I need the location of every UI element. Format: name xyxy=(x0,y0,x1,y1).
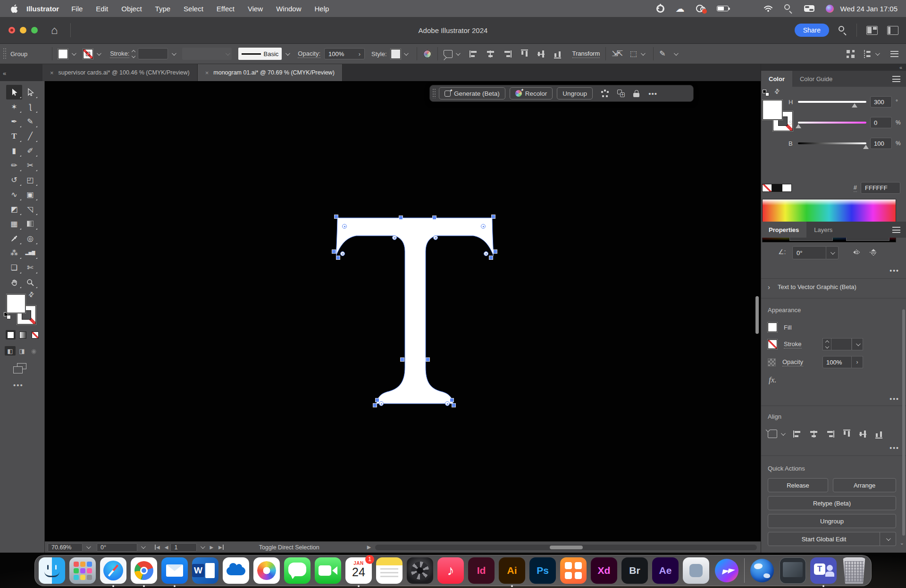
dock-icon-messages[interactable] xyxy=(284,557,310,584)
anchor-point[interactable] xyxy=(426,358,429,361)
dock-icon-photoshop[interactable]: Ps xyxy=(529,557,556,584)
dock-icon-teams[interactable]: T xyxy=(810,557,837,584)
home-icon[interactable]: ⌂ xyxy=(51,25,58,36)
corner-widget[interactable] xyxy=(379,401,384,406)
first-artboard-button[interactable]: ◀ xyxy=(155,545,160,550)
menu-item-type[interactable]: Type xyxy=(155,5,171,13)
tab-color-guide[interactable]: Color Guide xyxy=(792,71,840,87)
saturation-slider[interactable] xyxy=(798,122,866,124)
appearance-fill-label[interactable]: Fill xyxy=(784,324,792,331)
dock-icon-music[interactable]: ♪ xyxy=(437,557,464,584)
duplicate-icon[interactable]: + xyxy=(617,90,625,97)
align-vertical-center-icon[interactable] xyxy=(537,50,545,58)
retype-beta-button[interactable]: Retype (Beta) xyxy=(768,496,896,510)
arrange-button[interactable]: Arrange xyxy=(833,478,896,492)
artboard-number-field[interactable]: 1 xyxy=(170,543,197,552)
lasso-tool[interactable]: ƪ xyxy=(22,99,38,114)
align-horizontal-left-icon[interactable] xyxy=(470,50,478,58)
style-chevron[interactable] xyxy=(401,52,411,56)
variable-width-dropdown[interactable] xyxy=(182,48,232,60)
properties-panel-menu-icon[interactable] xyxy=(892,227,900,233)
corner-widget[interactable] xyxy=(342,224,347,229)
stroke-weight-stepper[interactable] xyxy=(132,50,135,58)
gradient-mode-button[interactable] xyxy=(18,330,28,340)
type-tool[interactable]: T xyxy=(6,129,22,143)
artboard-tool[interactable]: ❏ xyxy=(6,260,22,275)
anchor-point[interactable] xyxy=(489,256,493,259)
appearance-fill-swatch[interactable] xyxy=(768,323,777,332)
arrange-documents-icon[interactable] xyxy=(866,26,878,35)
color-fill-swatch[interactable] xyxy=(763,100,782,120)
dock-icon-messenger[interactable] xyxy=(713,557,740,584)
tab-close-icon[interactable]: × xyxy=(205,69,209,76)
stroke-weight-chevron[interactable] xyxy=(168,52,178,56)
corner-widget[interactable] xyxy=(433,235,438,240)
anchor-point[interactable] xyxy=(450,398,453,402)
direct-selection-tool[interactable] xyxy=(22,85,38,99)
share-button[interactable]: Share xyxy=(795,24,829,37)
mesh-tool[interactable]: ▦ xyxy=(6,216,22,231)
default-fill-stroke-icon[interactable] xyxy=(4,312,11,319)
column-graph-tool[interactable]: ▂▅▇ xyxy=(22,246,38,260)
context-taskbar-grip[interactable] xyxy=(432,88,436,99)
menu-item-file[interactable]: File xyxy=(71,5,83,13)
select-similar-chevron[interactable] xyxy=(637,52,647,56)
align-horizontal-right-icon[interactable] xyxy=(503,50,512,58)
select-similar-icon[interactable]: ⬚ xyxy=(630,50,637,58)
panel-align-top-icon[interactable] xyxy=(843,430,850,439)
slice-tool[interactable]: ✄ xyxy=(22,260,38,275)
minimize-window-button[interactable] xyxy=(20,27,26,33)
opacity-field[interactable]: 100% › xyxy=(324,48,365,59)
app-search-icon[interactable] xyxy=(839,26,847,34)
free-transform-tool[interactable]: ▣ xyxy=(22,187,38,202)
line-segment-tool[interactable]: ╱ xyxy=(22,129,38,143)
edit-contents-chevron[interactable] xyxy=(671,52,681,56)
dock-icon-trash[interactable] xyxy=(841,557,867,584)
dock-icon-chrome[interactable] xyxy=(131,557,157,584)
panel-align-bottom-icon[interactable] xyxy=(875,430,882,439)
flip-horizontal-icon[interactable] xyxy=(853,248,862,256)
magic-wand-tool[interactable]: ✶ xyxy=(6,99,22,114)
selection-tool[interactable] xyxy=(6,85,22,99)
color-mode-button[interactable] xyxy=(6,330,16,340)
transform-h-field-clipped[interactable] xyxy=(846,238,889,241)
dock-icon-illustrator[interactable]: Ai xyxy=(499,557,525,584)
rotation-chevron[interactable] xyxy=(137,546,148,549)
draw-inside-icon[interactable]: ◉ xyxy=(28,346,39,356)
panel-align-right-icon[interactable] xyxy=(825,431,834,438)
context-taskbar-more-icon[interactable]: ••• xyxy=(648,90,657,98)
appearance-more-icon[interactable]: ••• xyxy=(889,395,899,403)
zoom-window-button[interactable] xyxy=(31,27,38,33)
lock-icon[interactable] xyxy=(633,90,639,97)
hue-value-field[interactable]: 300 xyxy=(870,96,892,108)
opacity-panel-arrow[interactable]: › xyxy=(359,50,361,58)
last-artboard-button[interactable]: ▶ xyxy=(218,545,224,550)
fill-color-swatch[interactable] xyxy=(58,49,68,59)
selected-letter-T[interactable] xyxy=(336,216,494,405)
anchor-point[interactable] xyxy=(452,404,455,407)
dock-icon-aperture[interactable] xyxy=(407,557,433,584)
align-horizontal-center-icon[interactable] xyxy=(486,50,495,58)
rectangle-tool[interactable]: ▮ xyxy=(6,143,22,158)
close-window-button[interactable] xyxy=(8,27,15,33)
swap-fill-stroke-icon[interactable]: ⇄ xyxy=(26,290,36,299)
hex-label[interactable]: # xyxy=(854,184,857,192)
panel-scrollbar[interactable] xyxy=(902,309,905,536)
menu-item-edit[interactable]: Edit xyxy=(96,5,108,13)
anchor-point[interactable] xyxy=(373,404,377,407)
workspace-switcher-icon[interactable] xyxy=(887,26,898,35)
gradient-tool[interactable] xyxy=(22,216,38,231)
panel-align-middle-icon[interactable] xyxy=(859,430,866,439)
corner-widget[interactable] xyxy=(484,251,488,256)
isolate-selection-icon[interactable]: ⇲⇱ xyxy=(612,50,621,58)
canvas-vertical-scrollbar[interactable] xyxy=(755,81,760,541)
appearance-stroke-label[interactable]: Stroke xyxy=(784,340,802,348)
anchor-point[interactable] xyxy=(494,250,497,253)
none-mode-button[interactable] xyxy=(30,330,40,340)
anchor-point[interactable] xyxy=(335,215,338,218)
menu-item-object[interactable]: Object xyxy=(121,5,142,13)
apple-menu-icon[interactable] xyxy=(10,4,18,13)
siri-icon[interactable] xyxy=(826,5,834,13)
rotate-value-field[interactable]: 0° xyxy=(792,246,826,259)
dock-icon-word[interactable]: W xyxy=(192,557,218,584)
